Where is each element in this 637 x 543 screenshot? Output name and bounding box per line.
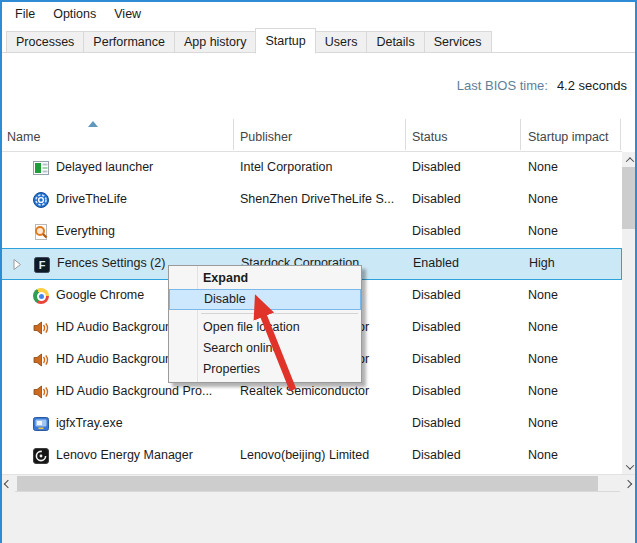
- context-menu: ExpandDisableOpen file locationSearch on…: [168, 265, 362, 383]
- intel-delayed-launcher-icon: [33, 160, 49, 176]
- row-name: Everything: [56, 216, 115, 247]
- context-menu-item-properties[interactable]: Properties: [169, 359, 361, 380]
- table-header: NamePublisherStatusStartup impact: [0, 118, 622, 152]
- tab-performance[interactable]: Performance: [83, 31, 175, 53]
- fences-icon: F: [34, 257, 50, 273]
- row-status: Disabled: [412, 344, 461, 375]
- row-status: Disabled: [412, 312, 461, 343]
- row-impact: None: [528, 280, 558, 311]
- row-impact: None: [528, 408, 558, 439]
- context-menu-item-search-online[interactable]: Search online: [169, 338, 361, 359]
- scroll-left-button[interactable]: [0, 475, 15, 492]
- footer-bar: Fewer details Disable: [0, 491, 637, 543]
- row-publisher: ShenZhen DriveTheLife S...: [240, 184, 394, 215]
- chevron-right-icon: [623, 479, 631, 487]
- row-name: DriveTheLife: [56, 184, 127, 215]
- tab-app-history[interactable]: App history: [174, 31, 257, 53]
- scroll-right-button[interactable]: [620, 475, 635, 492]
- row-name: Lenovo Energy Manager: [56, 440, 193, 471]
- menu-bar: FileOptionsView: [2, 2, 635, 26]
- row-status: Disabled: [412, 184, 461, 215]
- startup-row-delayed-launcher[interactable]: Delayed launcherIntel CorporationDisable…: [0, 152, 622, 184]
- row-status: Enabled: [413, 248, 459, 279]
- svg-text:F: F: [39, 259, 46, 271]
- startup-row-drivethelife[interactable]: DriveTheLifeShenZhen DriveTheLife S...Di…: [0, 184, 622, 216]
- last-bios-time-label: Last BIOS time:: [457, 78, 548, 93]
- row-status: Disabled: [412, 376, 461, 407]
- row-impact: None: [528, 312, 558, 343]
- horizontal-scrollbar-thumb[interactable]: [17, 476, 598, 491]
- row-impact: None: [528, 376, 558, 407]
- scroll-down-button[interactable]: [622, 459, 637, 474]
- tab-strip: ProcessesPerformanceApp historyStartupUs…: [2, 26, 635, 53]
- menu-item-options[interactable]: Options: [44, 2, 105, 26]
- chrome-icon: [33, 288, 49, 304]
- context-menu-item-disable[interactable]: Disable: [169, 289, 361, 310]
- startup-row-everything[interactable]: EverythingDisabledNone: [0, 216, 622, 248]
- last-bios-time-value: 4.2 seconds: [557, 78, 627, 93]
- startup-row-lenovo-energy-manager[interactable]: Lenovo Energy ManagerLenovo(beijing) Lim…: [0, 440, 622, 472]
- row-status: Disabled: [412, 440, 461, 471]
- tab-services[interactable]: Services: [424, 31, 492, 53]
- speaker-icon: [33, 320, 49, 336]
- row-name: Google Chrome: [56, 280, 144, 311]
- row-status: Disabled: [412, 216, 461, 247]
- everything-search-icon: [33, 224, 49, 240]
- column-separator: [620, 119, 621, 150]
- lenovo-energy-icon: [33, 448, 49, 464]
- chevron-left-icon: [3, 479, 11, 487]
- row-impact: None: [528, 184, 558, 215]
- column-separator: [520, 119, 521, 150]
- column-header-startup-impact[interactable]: Startup impact: [528, 130, 609, 144]
- horizontal-scrollbar[interactable]: [0, 474, 637, 491]
- menu-item-file[interactable]: File: [6, 2, 44, 26]
- context-menu-item-open-file-location[interactable]: Open file location: [169, 317, 361, 338]
- row-impact: High: [529, 248, 555, 279]
- column-separator: [405, 119, 406, 150]
- row-name: Delayed launcher: [56, 152, 153, 183]
- chevron-down-icon: [625, 461, 633, 469]
- row-publisher: Intel Corporation: [240, 152, 332, 183]
- row-impact: None: [528, 216, 558, 247]
- vertical-scrollbar-thumb[interactable]: [622, 167, 637, 229]
- column-header-publisher[interactable]: Publisher: [240, 130, 292, 144]
- row-name: igfxTray.exe: [56, 408, 123, 439]
- chevron-up-icon: [625, 157, 633, 165]
- tab-startup[interactable]: Startup: [255, 28, 315, 54]
- context-menu-item-expand[interactable]: Expand: [169, 268, 361, 289]
- speaker-icon: [33, 384, 49, 400]
- tab-users[interactable]: Users: [315, 31, 368, 53]
- intel-graphics-icon: [33, 416, 49, 432]
- scroll-up-button[interactable]: [622, 152, 637, 167]
- row-name: Fences Settings (2): [57, 248, 165, 279]
- column-header-name[interactable]: Name: [7, 130, 40, 144]
- context-menu-separator: [201, 313, 358, 314]
- startup-row-igfxtray-exe[interactable]: igfxTray.exeDisabledNone: [0, 408, 622, 440]
- row-impact: None: [528, 440, 558, 471]
- row-status: Disabled: [412, 152, 461, 183]
- row-status: Disabled: [412, 408, 461, 439]
- row-status: Disabled: [412, 280, 461, 311]
- tab-details[interactable]: Details: [366, 31, 424, 53]
- last-bios-time: Last BIOS time:4.2 seconds: [457, 78, 627, 93]
- vertical-scrollbar[interactable]: [622, 152, 637, 474]
- column-separator: [233, 119, 234, 150]
- expand-arrow-icon[interactable]: [13, 259, 22, 273]
- tab-processes[interactable]: Processes: [6, 31, 84, 53]
- menu-item-view[interactable]: View: [105, 2, 150, 26]
- sort-ascending-icon: [88, 121, 98, 127]
- row-publisher: Lenovo(beijing) Limited: [240, 440, 369, 471]
- column-header-status[interactable]: Status: [412, 130, 447, 144]
- speaker-icon: [33, 352, 49, 368]
- row-impact: None: [528, 344, 558, 375]
- drivethelife-icon: [33, 192, 49, 208]
- row-impact: None: [528, 152, 558, 183]
